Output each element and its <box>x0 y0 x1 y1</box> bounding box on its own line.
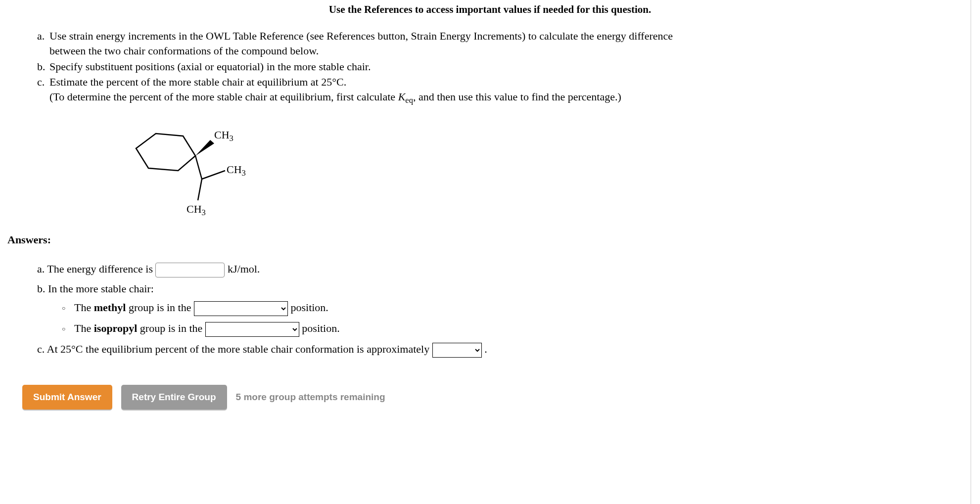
svg-line-2 <box>195 156 202 179</box>
answer-a: a. The energy difference is kJ/mol. <box>37 262 973 277</box>
ch3-1-sub: 3 <box>230 134 233 143</box>
question-b: b. Specify substituent positions (axial … <box>37 59 973 74</box>
ch3-2-text: CH <box>227 163 242 176</box>
right-scroll-gutter <box>971 0 980 417</box>
svg-line-3 <box>198 179 202 200</box>
question-c-content: Estimate the percent of the more stable … <box>49 75 973 106</box>
question-a-line1: Use strain energy increments in the OWL … <box>49 30 673 42</box>
question-c-letter: c. <box>37 75 49 106</box>
retry-group-button[interactable]: Retry Entire Group <box>121 385 227 410</box>
answer-b-intro: b. In the more stable chair: <box>37 281 973 296</box>
methyl-position-select[interactable] <box>194 301 288 316</box>
answer-b-sublist: The methyl group is in the position. The… <box>62 300 973 337</box>
methyl-post: position. <box>290 301 328 314</box>
submit-answer-button[interactable]: Submit Answer <box>22 385 112 410</box>
answer-section: a. The energy difference is kJ/mol. b. I… <box>37 262 973 358</box>
energy-difference-input[interactable] <box>155 263 225 277</box>
question-a-content: Use strain energy increments in the OWL … <box>49 29 973 58</box>
answer-a-post: kJ/mol. <box>228 263 260 275</box>
header-instruction: Use the References to access important v… <box>7 2 973 16</box>
iso-pre: The <box>74 322 94 334</box>
answer-c-post: . <box>484 343 487 355</box>
attempts-remaining: 5 more group attempts remaining <box>236 391 385 404</box>
ch3-3-text: CH <box>187 203 202 215</box>
keq-k: K <box>398 91 406 103</box>
ch3-1-text: CH <box>214 129 230 141</box>
answers-header: Answers: <box>7 232 973 247</box>
isopropyl-row: The isopropyl group is in the position. <box>62 321 973 337</box>
question-c-sub-post: , and then use this value to find the pe… <box>413 91 621 103</box>
ch3-label-1: CH3 <box>214 128 233 144</box>
methyl-bold: methyl <box>94 301 126 314</box>
question-c: c. Estimate the percent of the more stab… <box>37 75 973 106</box>
methyl-row: The methyl group is in the position. <box>62 300 973 316</box>
answer-c: c. At 25°C the equilibrium percent of th… <box>37 342 973 358</box>
question-a-letter: a. <box>37 29 49 58</box>
molecule-structure: CH3 CH3 CH3 <box>121 119 260 218</box>
answer-a-pre: a. The energy difference is <box>37 263 155 275</box>
question-b-letter: b. <box>37 59 49 74</box>
isopropyl-position-select[interactable] <box>205 322 299 337</box>
ch3-label-2: CH3 <box>227 162 246 179</box>
iso-bold: isopropyl <box>94 322 138 334</box>
question-a-line2: between the two chair conformations of t… <box>49 45 319 57</box>
iso-post: position. <box>302 322 339 334</box>
question-a: a. Use strain energy increments in the O… <box>37 29 973 58</box>
ch3-3-sub: 3 <box>202 208 206 217</box>
ch3-2-sub: 3 <box>242 168 246 178</box>
svg-marker-1 <box>195 140 214 156</box>
button-row: Submit Answer Retry Entire Group 5 more … <box>22 385 973 410</box>
question-c-sub-pre: (To determine the percent of the more st… <box>49 91 398 103</box>
svg-marker-0 <box>136 134 195 171</box>
svg-line-4 <box>202 171 225 179</box>
methyl-pre: The <box>74 301 94 314</box>
ch3-label-3: CH3 <box>187 202 206 219</box>
methyl-mid: group is in the <box>126 301 194 314</box>
keq-sub: eq <box>405 95 413 105</box>
question-b-content: Specify substituent positions (axial or … <box>49 59 973 74</box>
percent-select[interactable] <box>432 343 482 358</box>
answer-c-pre: c. At 25°C the equilibrium percent of th… <box>37 343 432 355</box>
iso-mid: group is in the <box>137 322 205 334</box>
question-list: a. Use strain energy increments in the O… <box>37 29 973 106</box>
question-c-line1: Estimate the percent of the more stable … <box>49 76 346 88</box>
